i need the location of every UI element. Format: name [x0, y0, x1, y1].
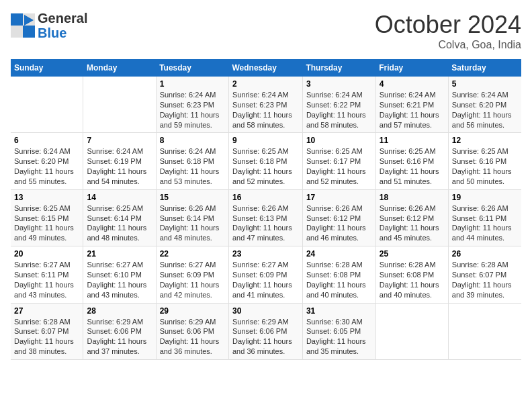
calendar-cell: 12Sunrise: 6:25 AM Sunset: 6:16 PM Dayli…: [448, 133, 521, 189]
calendar-cell: 16Sunrise: 6:26 AM Sunset: 6:13 PM Dayli…: [228, 189, 302, 246]
weekday-sunday: Sunday: [11, 59, 83, 77]
day-info: Sunrise: 6:28 AM Sunset: 6:07 PM Dayligh…: [14, 317, 79, 357]
month-title: October 2024: [375, 11, 521, 39]
calendar-cell: 13Sunrise: 6:25 AM Sunset: 6:15 PM Dayli…: [11, 189, 83, 246]
day-number: 4: [380, 79, 445, 89]
calendar-cell: 28Sunrise: 6:29 AM Sunset: 6:06 PM Dayli…: [83, 303, 156, 359]
calendar-cell: 27Sunrise: 6:28 AM Sunset: 6:07 PM Dayli…: [11, 303, 83, 359]
calendar-cell: 7Sunrise: 6:24 AM Sunset: 6:19 PM Daylig…: [83, 133, 156, 189]
day-info: Sunrise: 6:26 AM Sunset: 6:11 PM Dayligh…: [452, 203, 518, 243]
day-number: 30: [232, 306, 299, 316]
calendar-cell: 24Sunrise: 6:28 AM Sunset: 6:08 PM Dayli…: [302, 246, 375, 303]
calendar-cell: 25Sunrise: 6:28 AM Sunset: 6:08 PM Dayli…: [375, 246, 448, 303]
day-number: 17: [306, 193, 372, 202]
calendar-cell: 15Sunrise: 6:26 AM Sunset: 6:14 PM Dayli…: [156, 189, 228, 246]
title-block: October 2024 Colva, Goa, India: [375, 11, 521, 51]
calendar-cell: 30Sunrise: 6:29 AM Sunset: 6:06 PM Dayli…: [228, 303, 302, 359]
calendar-cell: 17Sunrise: 6:26 AM Sunset: 6:12 PM Dayli…: [302, 189, 375, 246]
page-header: General Blue October 2024 Colva, Goa, In…: [11, 11, 521, 51]
weekday-monday: Monday: [83, 59, 156, 77]
svg-rect-0: [11, 13, 23, 26]
calendar-cell: 20Sunrise: 6:27 AM Sunset: 6:11 PM Dayli…: [11, 246, 83, 303]
day-info: Sunrise: 6:24 AM Sunset: 6:19 PM Dayligh…: [87, 146, 152, 186]
day-info: Sunrise: 6:27 AM Sunset: 6:09 PM Dayligh…: [160, 260, 225, 300]
day-info: Sunrise: 6:25 AM Sunset: 6:14 PM Dayligh…: [87, 203, 152, 243]
day-info: Sunrise: 6:27 AM Sunset: 6:10 PM Dayligh…: [87, 260, 152, 300]
weekday-thursday: Thursday: [302, 59, 375, 77]
calendar-cell: 10Sunrise: 6:25 AM Sunset: 6:17 PM Dayli…: [302, 133, 375, 189]
day-number: 29: [160, 306, 225, 316]
calendar-cell: 21Sunrise: 6:27 AM Sunset: 6:10 PM Dayli…: [83, 246, 156, 303]
day-info: Sunrise: 6:24 AM Sunset: 6:18 PM Dayligh…: [160, 146, 225, 186]
day-number: 12: [452, 136, 518, 145]
day-info: Sunrise: 6:24 AM Sunset: 6:20 PM Dayligh…: [452, 90, 518, 130]
calendar-body: 1Sunrise: 6:24 AM Sunset: 6:23 PM Daylig…: [11, 77, 521, 359]
calendar-cell: 1Sunrise: 6:24 AM Sunset: 6:23 PM Daylig…: [156, 77, 228, 133]
logo-line2: Blue: [38, 26, 87, 40]
day-number: 25: [380, 249, 445, 259]
day-number: 11: [380, 136, 445, 145]
day-info: Sunrise: 6:25 AM Sunset: 6:18 PM Dayligh…: [232, 146, 299, 186]
calendar-cell: 4Sunrise: 6:24 AM Sunset: 6:21 PM Daylig…: [375, 77, 448, 133]
week-row-3: 20Sunrise: 6:27 AM Sunset: 6:11 PM Dayli…: [11, 246, 521, 303]
day-number: 3: [306, 79, 372, 89]
calendar-cell: [448, 303, 521, 359]
calendar-cell: 29Sunrise: 6:29 AM Sunset: 6:06 PM Dayli…: [156, 303, 228, 359]
calendar-cell: 11Sunrise: 6:25 AM Sunset: 6:16 PM Dayli…: [375, 133, 448, 189]
day-number: 1: [160, 79, 225, 89]
week-row-2: 13Sunrise: 6:25 AM Sunset: 6:15 PM Dayli…: [11, 189, 521, 246]
calendar-table: SundayMondayTuesdayWednesdayThursdayFrid…: [11, 59, 521, 360]
calendar-cell: [11, 77, 83, 133]
day-info: Sunrise: 6:25 AM Sunset: 6:16 PM Dayligh…: [380, 146, 445, 186]
day-info: Sunrise: 6:28 AM Sunset: 6:07 PM Dayligh…: [452, 260, 518, 300]
day-info: Sunrise: 6:27 AM Sunset: 6:11 PM Dayligh…: [14, 260, 79, 300]
day-number: 15: [160, 193, 225, 202]
day-number: 19: [452, 193, 518, 202]
calendar-cell: [375, 303, 448, 359]
svg-rect-1: [23, 26, 35, 38]
day-info: Sunrise: 6:28 AM Sunset: 6:08 PM Dayligh…: [380, 260, 445, 300]
calendar-cell: 9Sunrise: 6:25 AM Sunset: 6:18 PM Daylig…: [228, 133, 302, 189]
day-number: 5: [452, 79, 518, 89]
day-info: Sunrise: 6:26 AM Sunset: 6:12 PM Dayligh…: [380, 203, 445, 243]
day-number: 9: [232, 136, 299, 145]
weekday-wednesday: Wednesday: [228, 59, 302, 77]
calendar-cell: [83, 77, 156, 133]
day-number: 26: [452, 249, 518, 259]
day-number: 28: [87, 306, 152, 316]
day-number: 22: [160, 249, 225, 259]
weekday-tuesday: Tuesday: [156, 59, 228, 77]
week-row-4: 27Sunrise: 6:28 AM Sunset: 6:07 PM Dayli…: [11, 303, 521, 359]
day-number: 31: [306, 306, 372, 316]
day-info: Sunrise: 6:26 AM Sunset: 6:14 PM Dayligh…: [160, 203, 225, 243]
day-number: 14: [87, 193, 152, 202]
day-info: Sunrise: 6:25 AM Sunset: 6:17 PM Dayligh…: [306, 146, 372, 186]
day-number: 7: [87, 136, 152, 145]
day-info: Sunrise: 6:24 AM Sunset: 6:23 PM Dayligh…: [232, 90, 299, 130]
day-number: 18: [380, 193, 445, 202]
day-info: Sunrise: 6:24 AM Sunset: 6:21 PM Dayligh…: [380, 90, 445, 130]
weekday-header-row: SundayMondayTuesdayWednesdayThursdayFrid…: [11, 59, 521, 77]
calendar-cell: 14Sunrise: 6:25 AM Sunset: 6:14 PM Dayli…: [83, 189, 156, 246]
location: Colva, Goa, India: [375, 39, 521, 51]
day-info: Sunrise: 6:24 AM Sunset: 6:20 PM Dayligh…: [14, 146, 79, 186]
day-number: 8: [160, 136, 225, 145]
calendar-cell: 3Sunrise: 6:24 AM Sunset: 6:22 PM Daylig…: [302, 77, 375, 133]
calendar-cell: 8Sunrise: 6:24 AM Sunset: 6:18 PM Daylig…: [156, 133, 228, 189]
day-number: 6: [14, 136, 79, 145]
calendar-cell: 31Sunrise: 6:30 AM Sunset: 6:05 PM Dayli…: [302, 303, 375, 359]
logo-line1: General: [38, 11, 87, 26]
day-number: 27: [14, 306, 79, 316]
logo: General Blue: [11, 11, 87, 40]
calendar-cell: 5Sunrise: 6:24 AM Sunset: 6:20 PM Daylig…: [448, 77, 521, 133]
calendar-cell: 26Sunrise: 6:28 AM Sunset: 6:07 PM Dayli…: [448, 246, 521, 303]
weekday-friday: Friday: [375, 59, 448, 77]
day-number: 21: [87, 249, 152, 259]
calendar-cell: 19Sunrise: 6:26 AM Sunset: 6:11 PM Dayli…: [448, 189, 521, 246]
calendar-cell: 23Sunrise: 6:27 AM Sunset: 6:09 PM Dayli…: [228, 246, 302, 303]
day-number: 24: [306, 249, 372, 259]
day-info: Sunrise: 6:26 AM Sunset: 6:12 PM Dayligh…: [306, 203, 372, 243]
day-info: Sunrise: 6:28 AM Sunset: 6:08 PM Dayligh…: [306, 260, 372, 300]
day-info: Sunrise: 6:29 AM Sunset: 6:06 PM Dayligh…: [87, 317, 152, 357]
week-row-0: 1Sunrise: 6:24 AM Sunset: 6:23 PM Daylig…: [11, 77, 521, 133]
